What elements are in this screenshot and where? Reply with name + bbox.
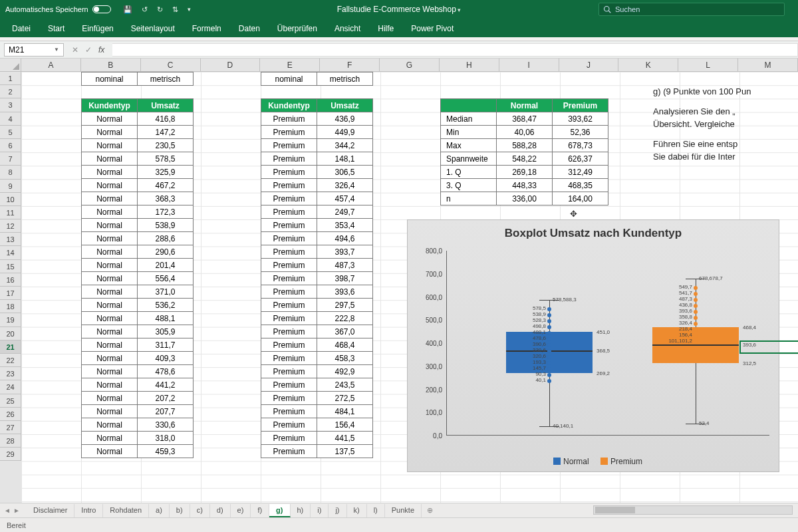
ribbon-tab-datei[interactable]: Datei [4,21,39,37]
cell[interactable]: Normal [82,152,138,166]
ribbon-tab-hilfe[interactable]: Hilfe [370,21,402,37]
cell[interactable]: Normal [82,272,138,285]
cell[interactable]: 367,0 [317,325,373,338]
sheet-tab[interactable]: f) [251,504,269,517]
cell[interactable]: Normal [82,112,138,126]
cell[interactable]: 436,9 [317,112,373,126]
col-header-g[interactable]: G [380,59,440,71]
row-header[interactable]: 12 [0,219,21,233]
cell[interactable]: 492,9 [317,365,373,378]
cell[interactable]: 1. Q [441,166,497,179]
cell[interactable]: 311,7 [138,338,194,352]
cell[interactable]: Premium [261,338,317,352]
row-header[interactable]: 7 [0,152,21,166]
worksheet-grid[interactable]: A B C D E F G H I J K L M 12345678910111… [0,59,798,503]
cell[interactable]: 272,5 [317,392,373,405]
cell[interactable]: Normal [82,392,138,405]
cell[interactable]: 449,9 [317,126,373,139]
cell[interactable]: 297,5 [317,299,373,312]
cell[interactable]: 330,6 [138,418,194,432]
col-header-c[interactable]: C [141,59,201,71]
cell[interactable]: Premium [261,112,317,126]
cell[interactable]: 207,2 [138,392,194,405]
cell[interactable]: 368,3 [138,192,194,205]
search-box[interactable]: Suchen [598,3,785,16]
sheet-tab[interactable]: c) [190,504,210,517]
cell[interactable]: Normal [82,365,138,378]
cell[interactable]: 148,1 [317,152,373,166]
cell[interactable]: 409,3 [138,352,194,365]
th[interactable]: Normal [497,99,553,112]
row-header[interactable]: 15 [0,260,21,273]
select-all-corner[interactable] [0,59,21,72]
ribbon-tab-seitenlayout[interactable]: Seitenlayout [123,21,183,37]
horizontal-scrollbar[interactable] [593,505,793,515]
ribbon-tab-powerpivot[interactable]: Power Pivot [403,21,462,37]
sheet-tab[interactable]: a) [149,504,170,517]
cell[interactable]: 306,5 [317,166,373,179]
boxplot-chart[interactable]: Boxplot Umsatz nach Kundentyp 0,0100,020… [407,219,779,472]
ribbon-tab-daten[interactable]: Daten [231,21,268,37]
cell[interactable]: nominal [82,72,138,86]
fx-icon[interactable]: fx [98,45,104,55]
sheet-tab[interactable]: j) [329,504,346,517]
cell[interactable]: 536,2 [138,299,194,312]
cell[interactable]: Premium [261,392,317,405]
cell[interactable]: 318,0 [138,432,194,445]
row-header[interactable]: 19 [0,313,21,327]
cell[interactable]: 494,6 [317,232,373,245]
cell[interactable]: Premium [261,139,317,152]
cell[interactable]: 288,6 [138,232,194,245]
cell[interactable]: Normal [82,418,138,432]
th[interactable] [441,99,497,112]
sheet-tab[interactable]: d) [210,504,231,517]
sheet-tab[interactable]: h) [291,504,311,517]
cell[interactable]: Normal [82,445,138,458]
sheet-tab[interactable]: b) [170,504,190,517]
cell[interactable]: Normal [82,312,138,325]
autosave-toggle[interactable]: Automatisches Speichern [0,5,116,13]
col-header-h[interactable]: H [440,59,499,71]
th[interactable]: Premium [553,99,608,112]
cell[interactable]: 230,5 [138,139,194,152]
cell[interactable]: Normal [82,299,138,312]
cell[interactable]: Premium [261,418,317,432]
cell[interactable]: nominal [261,72,317,86]
cell[interactable]: Normal [82,325,138,338]
cell[interactable]: Premium [261,245,317,259]
row-header[interactable]: 21 [0,340,21,354]
qat-dropdown-icon[interactable]: ▾ [188,6,191,13]
cell[interactable]: 249,7 [317,205,373,219]
cell[interactable]: 137,5 [317,445,373,458]
column-headers[interactable]: A B C D E F G H I J K L M [21,59,798,72]
cell[interactable]: 416,8 [138,112,194,126]
cell[interactable]: 548,22 [497,152,553,166]
cell[interactable]: 353,4 [317,219,373,232]
cell[interactable]: 3. Q [441,179,497,192]
th[interactable]: Kundentyp [82,99,138,112]
row-header[interactable]: 3 [0,98,21,112]
row-header[interactable]: 14 [0,246,21,259]
cells-area[interactable]: nominalmetrisch nominalmetrisch Kundenty… [21,72,798,503]
cell[interactable]: Premium [261,192,317,205]
document-title[interactable]: Fallstudie E-Commerce Webshop [337,5,462,14]
sheet-nav[interactable]: ◄► [4,507,20,514]
cell[interactable]: 393,62 [553,112,608,126]
cell[interactable]: 336,00 [497,192,553,205]
cell[interactable]: Normal [82,405,138,418]
cell[interactable]: Normal [82,126,138,139]
row-header[interactable]: 23 [0,367,21,380]
cell[interactable]: Premium [261,299,317,312]
cell[interactable]: 678,73 [553,139,608,152]
col-header-f[interactable]: F [320,59,380,71]
cell[interactable]: 484,1 [317,405,373,418]
cell[interactable]: Premium [261,312,317,325]
ribbon-tab-start[interactable]: Start [40,21,72,37]
row-header[interactable]: 29 [0,448,21,461]
undo-icon[interactable]: ↺ [142,5,148,14]
cell[interactable]: 325,9 [138,166,194,179]
cell[interactable]: 441,2 [138,378,194,392]
cell[interactable]: 578,5 [138,152,194,166]
cell[interactable]: 398,7 [317,272,373,285]
row-header[interactable]: 6 [0,139,21,152]
